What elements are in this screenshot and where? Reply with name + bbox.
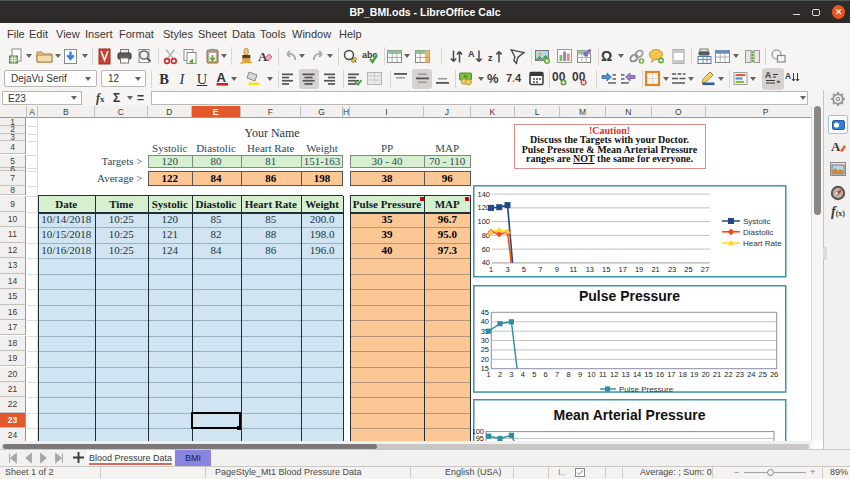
svg-text:9: 9 <box>555 264 559 273</box>
svg-text:4: 4 <box>515 72 522 84</box>
svg-text:Heart Rate: Heart Rate <box>743 238 782 247</box>
svg-text:100: 100 <box>477 217 490 226</box>
svg-text:27: 27 <box>701 264 709 273</box>
svg-text:15: 15 <box>644 369 652 378</box>
svg-text:Systolic: Systolic <box>743 216 771 225</box>
svg-text:22: 22 <box>724 369 732 378</box>
svg-text:A: A <box>785 71 791 81</box>
svg-text:Diastolic: Diastolic <box>743 227 773 236</box>
svg-text:A: A <box>765 70 771 80</box>
svg-text:3: 3 <box>505 264 509 273</box>
svg-text:60: 60 <box>482 244 490 253</box>
svg-text:14: 14 <box>633 369 641 378</box>
svg-text:25: 25 <box>759 369 767 378</box>
svg-text:13: 13 <box>586 264 594 273</box>
svg-text:30: 30 <box>481 336 489 345</box>
svg-text:16: 16 <box>656 369 664 378</box>
svg-text:19: 19 <box>690 369 698 378</box>
svg-text:15: 15 <box>602 264 610 273</box>
svg-text:20: 20 <box>701 369 709 378</box>
svg-text:A: A <box>468 49 475 59</box>
svg-text:7: 7 <box>538 264 542 273</box>
svg-text:11: 11 <box>599 369 607 378</box>
svg-text:25: 25 <box>481 345 489 354</box>
svg-text:6: 6 <box>544 369 548 378</box>
svg-text:3: 3 <box>509 369 513 378</box>
svg-text:11: 11 <box>569 264 577 273</box>
svg-text:%: % <box>487 71 499 86</box>
svg-text:2: 2 <box>498 369 502 378</box>
svg-text:Ω: Ω <box>601 48 612 64</box>
svg-text:40: 40 <box>481 317 489 326</box>
svg-text:21: 21 <box>651 264 659 273</box>
svg-text:z: z <box>488 53 493 63</box>
svg-text:140: 140 <box>477 189 490 198</box>
svg-text:21: 21 <box>713 369 721 378</box>
svg-text:1: 1 <box>489 264 493 273</box>
svg-text:1: 1 <box>487 369 491 378</box>
svg-text:9: 9 <box>578 369 582 378</box>
svg-text:4: 4 <box>521 369 525 378</box>
svg-text:17: 17 <box>667 369 675 378</box>
svg-text:8: 8 <box>566 369 570 378</box>
svg-text:17: 17 <box>619 264 627 273</box>
svg-text:95: 95 <box>476 434 484 441</box>
svg-text:13: 13 <box>621 369 629 378</box>
svg-text:Mean Arterial Pressure: Mean Arterial Pressure <box>554 407 706 423</box>
svg-text:5: 5 <box>532 369 536 378</box>
svg-text:7: 7 <box>555 369 559 378</box>
svg-text:26: 26 <box>770 369 778 378</box>
svg-text:A: A <box>217 70 227 85</box>
svg-text:5: 5 <box>522 264 526 273</box>
svg-text:18: 18 <box>679 369 687 378</box>
svg-text:24: 24 <box>747 369 755 378</box>
svg-text:45: 45 <box>481 307 489 316</box>
svg-text:23: 23 <box>736 369 744 378</box>
svg-text:23: 23 <box>668 264 676 273</box>
svg-text:12: 12 <box>610 369 618 378</box>
svg-text:25: 25 <box>684 264 692 273</box>
svg-text:Pulse Pressure: Pulse Pressure <box>579 288 680 304</box>
svg-text:20: 20 <box>481 354 489 363</box>
svg-text:19: 19 <box>635 264 643 273</box>
svg-text:10: 10 <box>587 369 595 378</box>
svg-text:Pulse Pressure: Pulse Pressure <box>619 385 674 394</box>
